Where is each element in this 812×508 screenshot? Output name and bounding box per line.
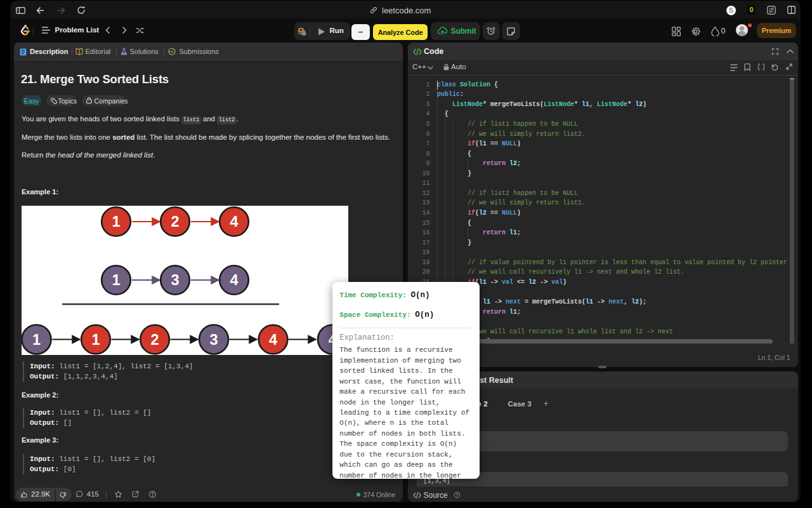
svg-text:1: 1 <box>32 331 40 347</box>
svg-text:4: 4 <box>230 272 238 288</box>
svg-text:1: 1 <box>112 213 120 230</box>
svg-text:2: 2 <box>171 213 179 230</box>
svg-text:1: 1 <box>112 272 120 288</box>
svg-text:4: 4 <box>268 331 277 347</box>
svg-text:3: 3 <box>171 272 179 288</box>
svg-text:1: 1 <box>91 331 100 347</box>
svg-text:3: 3 <box>209 331 218 347</box>
svg-text:4: 4 <box>230 213 238 230</box>
svg-text:2: 2 <box>150 331 159 347</box>
